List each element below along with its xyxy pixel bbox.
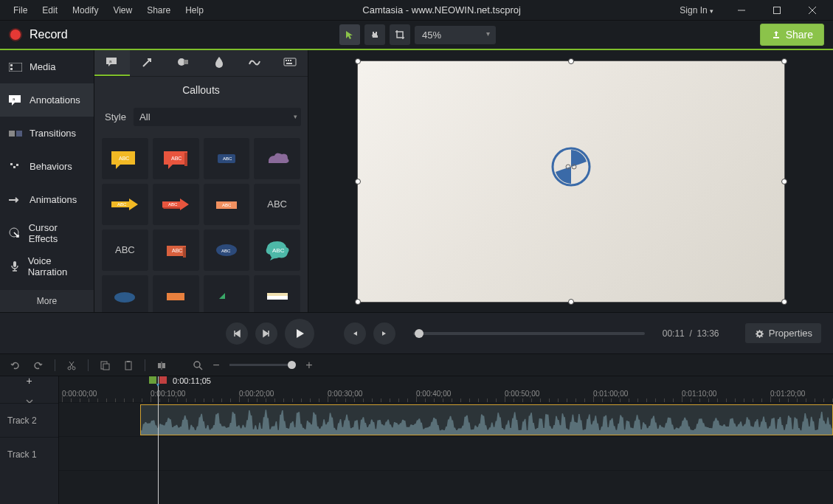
zoom-icon — [193, 360, 203, 370]
callout-item[interactable]: ABC — [102, 138, 148, 179]
resize-handle[interactable] — [568, 58, 574, 64]
playback-slider[interactable] — [413, 332, 645, 335]
svg-rect-4 — [9, 63, 22, 72]
properties-button[interactable]: Properties — [745, 323, 821, 343]
paste-button[interactable] — [121, 358, 136, 373]
share-button[interactable]: Share — [760, 24, 824, 46]
callout-item[interactable] — [153, 275, 199, 312]
maximize-button[interactable] — [762, 0, 792, 21]
svg-text:ABC: ABC — [117, 202, 127, 207]
panel-tab-keystroke[interactable] — [272, 50, 308, 76]
callout-item[interactable]: ABC — [153, 184, 199, 225]
svg-point-50 — [68, 367, 71, 370]
zoom-out-button[interactable]: − — [209, 358, 224, 373]
close-button[interactable] — [798, 0, 827, 21]
svg-rect-15 — [13, 261, 16, 267]
rewind-button[interactable] — [344, 322, 366, 345]
panel-tab-callouts[interactable]: a — [94, 50, 130, 76]
svg-line-60 — [199, 367, 202, 370]
track-label[interactable]: Track 2 — [0, 403, 58, 437]
callout-item[interactable]: ABC — [153, 138, 199, 179]
resize-handle[interactable] — [355, 179, 361, 184]
resize-handle[interactable] — [781, 58, 787, 64]
next-frame-button[interactable] — [255, 322, 277, 345]
timeline-clip[interactable] — [140, 404, 833, 435]
callout-item[interactable] — [254, 275, 300, 312]
select-tool[interactable] — [339, 24, 360, 45]
crop-tool[interactable] — [390, 24, 410, 45]
forward-button[interactable] — [373, 322, 395, 345]
record-label[interactable]: Record — [30, 28, 68, 41]
menu-share[interactable]: Share — [139, 2, 178, 18]
svg-rect-57 — [162, 363, 165, 368]
prev-frame-button[interactable] — [226, 322, 248, 345]
callout-item[interactable]: ABC — [102, 184, 148, 225]
timeline-track[interactable] — [59, 403, 833, 437]
record-icon[interactable] — [9, 28, 22, 41]
svg-text:ABC: ABC — [222, 203, 232, 207]
sidebar-item-animations[interactable]: Animations — [0, 183, 94, 216]
undo-button[interactable] — [7, 358, 22, 373]
menu-modify[interactable]: Modify — [65, 2, 106, 18]
callout-item[interactable] — [204, 275, 250, 312]
svg-rect-62 — [159, 376, 167, 384]
zoom-in-button[interactable]: + — [302, 358, 317, 373]
cut-button[interactable] — [64, 358, 79, 373]
svg-rect-9 — [9, 131, 15, 137]
menu-help[interactable]: Help — [178, 2, 211, 18]
sidebar-item-cursor-effects[interactable]: Cursor Effects — [0, 216, 94, 249]
panel-tab-sketch[interactable] — [237, 50, 272, 76]
canvas-zoom-select[interactable]: 45% — [415, 26, 496, 44]
split-button[interactable] — [154, 358, 169, 373]
zoom-slider[interactable] — [229, 364, 296, 366]
callout-item[interactable]: ABC — [254, 229, 300, 271]
playback-controls: 00:11 / 13:36 Properties — [0, 312, 833, 353]
cursor-effects-icon — [9, 227, 21, 240]
menu-file[interactable]: File — [6, 2, 35, 18]
callout-item[interactable] — [102, 275, 148, 312]
callout-item[interactable]: ABC — [204, 184, 250, 225]
add-track-button[interactable]: + — [22, 373, 37, 388]
sidebar-item-annotations[interactable]: a Annotations — [0, 83, 94, 117]
callout-item[interactable]: ABC — [254, 184, 300, 225]
record-bar: Record 45% Share — [0, 21, 833, 50]
svg-rect-1 — [774, 7, 781, 13]
svg-rect-53 — [103, 364, 109, 370]
menu-edit[interactable]: Edit — [35, 2, 65, 18]
play-button[interactable] — [285, 319, 314, 348]
svg-rect-19 — [184, 60, 188, 64]
callout-item[interactable]: ABC — [153, 229, 199, 271]
panel-tab-arrows[interactable] — [130, 50, 165, 76]
redo-button[interactable] — [31, 358, 46, 373]
svg-rect-43 — [167, 293, 184, 300]
sidebar-item-media[interactable]: Media — [0, 50, 94, 83]
copy-button[interactable] — [97, 358, 112, 373]
callout-item[interactable]: ABC — [204, 229, 250, 271]
panel-tab-blur[interactable] — [201, 50, 237, 76]
resize-handle[interactable] — [781, 179, 787, 184]
callout-item[interactable]: ABC — [102, 229, 148, 271]
minimize-button[interactable] — [727, 0, 756, 21]
pan-tool[interactable] — [364, 24, 385, 45]
track-label[interactable]: Track 1 — [0, 437, 58, 471]
panel-tab-shapes[interactable] — [165, 50, 201, 76]
sidebar-item-label: Animations — [30, 194, 77, 205]
sidebar-item-voice-narration[interactable]: Voice Narration — [0, 249, 94, 283]
sidebar-more[interactable]: More — [0, 290, 94, 312]
resize-handle[interactable] — [355, 299, 361, 305]
microphone-icon — [9, 260, 21, 273]
callout-item[interactable] — [254, 138, 300, 179]
sidebar-item-label: Media — [30, 61, 55, 72]
callout-item[interactable]: ABC — [204, 138, 250, 179]
resize-handle[interactable] — [568, 299, 574, 305]
sidebar-item-transitions[interactable]: Transitions — [0, 117, 94, 150]
menu-view[interactable]: View — [106, 2, 139, 18]
playhead[interactable]: 0:00:11;05 — [158, 376, 159, 504]
preview-canvas[interactable] — [357, 61, 785, 303]
resize-handle[interactable] — [781, 299, 787, 305]
resize-handle[interactable] — [355, 58, 361, 64]
style-select[interactable]: All — [134, 108, 301, 126]
signin-button[interactable]: Sign In ▾ — [672, 2, 721, 18]
timeline-track[interactable] — [59, 437, 833, 471]
sidebar-item-behaviors[interactable]: Behaviors — [0, 150, 94, 183]
